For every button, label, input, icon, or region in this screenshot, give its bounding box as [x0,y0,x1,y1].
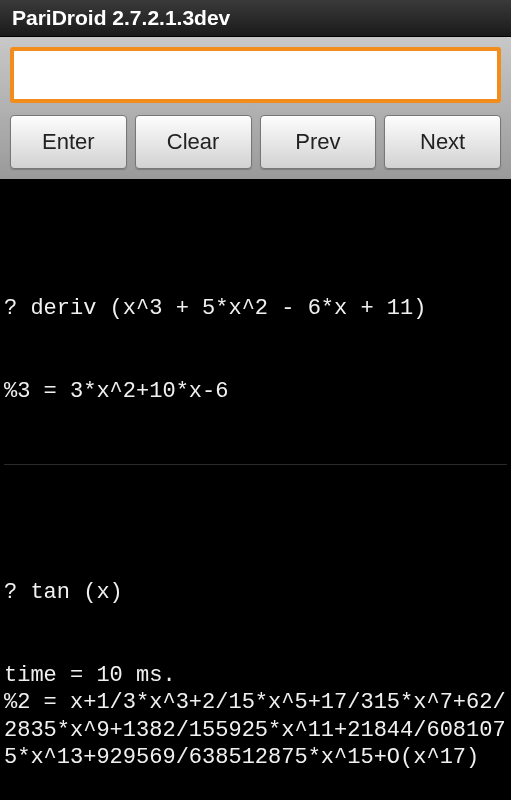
command-input[interactable] [14,51,497,99]
terminal-block: ? tan (x) time = 10 ms. %2 = x+1/3*x^3+2… [4,520,507,800]
terminal-block: ? deriv (x^3 + 5*x^2 - 6*x + 11) %3 = 3*… [4,236,507,465]
enter-button[interactable]: Enter [10,115,127,169]
clear-button[interactable]: Clear [135,115,252,169]
button-row: Enter Clear Prev Next [10,115,501,169]
prev-button[interactable]: Prev [260,115,377,169]
terminal-result: %3 = 3*x^2+10*x-6 [4,378,507,406]
app-title: PariDroid 2.7.2.1.3dev [12,6,230,29]
next-button[interactable]: Next [384,115,501,169]
terminal-output: ? deriv (x^3 + 5*x^2 - 6*x + 11) %3 = 3*… [0,179,511,800]
terminal-command: ? deriv (x^3 + 5*x^2 - 6*x + 11) [4,295,507,323]
title-bar: PariDroid 2.7.2.1.3dev [0,0,511,37]
terminal-result: time = 10 ms. %2 = x+1/3*x^3+2/15*x^5+17… [4,662,507,772]
input-panel: Enter Clear Prev Next [0,37,511,179]
input-wrap [10,47,501,103]
terminal-command: ? tan (x) [4,579,507,607]
